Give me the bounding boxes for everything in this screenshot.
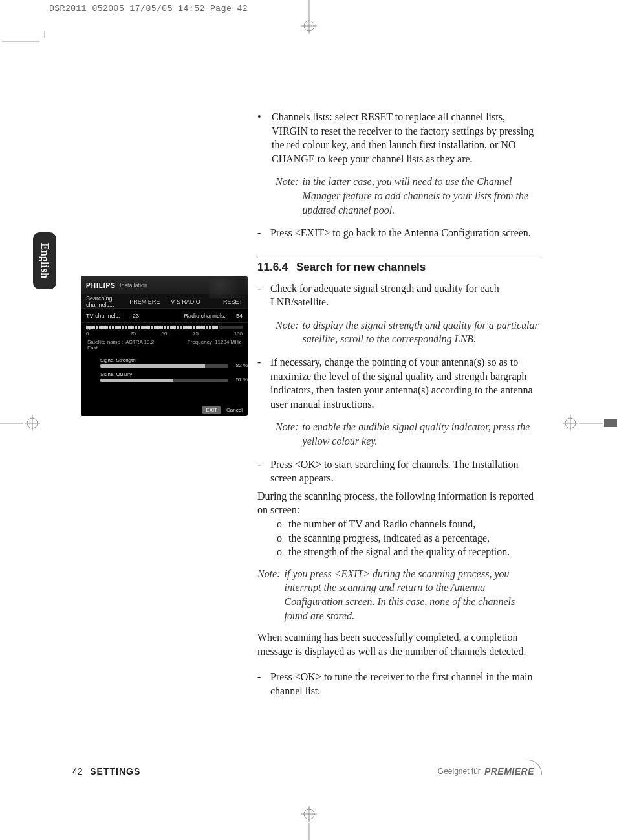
svg-rect-18 [604, 419, 617, 427]
radiochannels-value: 54 [226, 313, 243, 319]
print-meta-header: DSR2011_052005 17/05/05 14:52 Page 42 [49, 4, 248, 14]
cancel-label: Cancel [226, 407, 243, 413]
tvchannels-label: TV channels: [86, 313, 133, 319]
page-number: 42 [72, 766, 83, 777]
note-press-exit-scan: Note: if you press <EXIT> during the sca… [257, 567, 541, 623]
signal-strength-label: Signal Strength [81, 353, 248, 363]
tvchannels-value: 23 [133, 313, 179, 319]
tvradio-tab: TV & RADIO [164, 298, 204, 305]
language-tab-label: English [39, 243, 50, 278]
radiochannels-label: Radio channels: [179, 313, 226, 319]
sub-item-progress: othe scanning progress, indicated as a p… [277, 531, 541, 546]
signal-strength-bar: 82 % [100, 364, 228, 368]
step-press-ok-tune: - Press <OK> to tune the receiver to the… [257, 670, 541, 698]
premiere-tab: PREMIERE [125, 298, 165, 305]
gear-icon [209, 276, 245, 298]
para-completion-message: When scanning has been successfully comp… [257, 630, 541, 658]
tv-mode: Installation [120, 282, 147, 289]
signal-quality-bar: 57 % [100, 379, 228, 382]
step-press-exit: - Press <EXIT> to go back to the Antenna… [257, 226, 541, 240]
signal-strength-value: 82 % [236, 362, 248, 368]
bullet-channels-lists: • Channels lists: select RESET to replac… [257, 110, 541, 166]
exit-button: EXIT [202, 406, 221, 414]
reset-tab: RESET [204, 298, 243, 305]
note-display-strength: Note: to display the signal strength and… [276, 318, 541, 346]
step-change-pointing: - If necessary, change the pointing of y… [257, 355, 541, 411]
note-audible-indicator: Note: to enable the audible signal quali… [276, 420, 541, 448]
signal-quality-label: Signal Quality [81, 368, 248, 377]
premiere-logo: PREMIERE [484, 766, 541, 777]
section-title: Search for new channels [296, 261, 426, 273]
footer-section: SETTINGS [90, 766, 140, 777]
sub-item-tv-radio: othe number of TV and Radio channels fou… [277, 517, 541, 531]
section-number: 11.6.4 [257, 261, 288, 273]
signal-quality-value: 57 % [236, 377, 248, 382]
step-press-ok-search: - Press <OK> to start searching for chan… [257, 458, 541, 485]
para-during-scanning: During the scanning process, the followi… [257, 489, 541, 517]
sat-label: Satellite name : [87, 339, 123, 345]
tv-brand: PHILIPS [86, 282, 116, 289]
language-tab: English [33, 232, 56, 289]
installation-screenshot: PHILIPS Installation Searching channels.… [81, 276, 248, 416]
main-content: • Channels lists: select RESET to replac… [257, 110, 541, 702]
page-footer: 42 SETTINGS Geeignet für PREMIERE [72, 766, 541, 777]
scan-progress-bar [86, 326, 243, 329]
freq-label: Frequency [188, 339, 212, 345]
sub-item-strength-quality: othe strength of the signal and the qual… [277, 545, 541, 559]
searching-label: Searching channels... [86, 295, 125, 308]
step-check-signal: - Check for adequate signal strength and… [257, 282, 541, 309]
progress-ticks: 0 25 50 75 100 [81, 329, 248, 337]
note-channel-manager: Note: in the latter case, you will need … [276, 175, 541, 217]
section-heading: 11.6.4 Search for new channels [257, 256, 541, 275]
geeignet-label: Geeignet für [438, 767, 481, 776]
freq-value: 11234 MHz [215, 339, 241, 345]
